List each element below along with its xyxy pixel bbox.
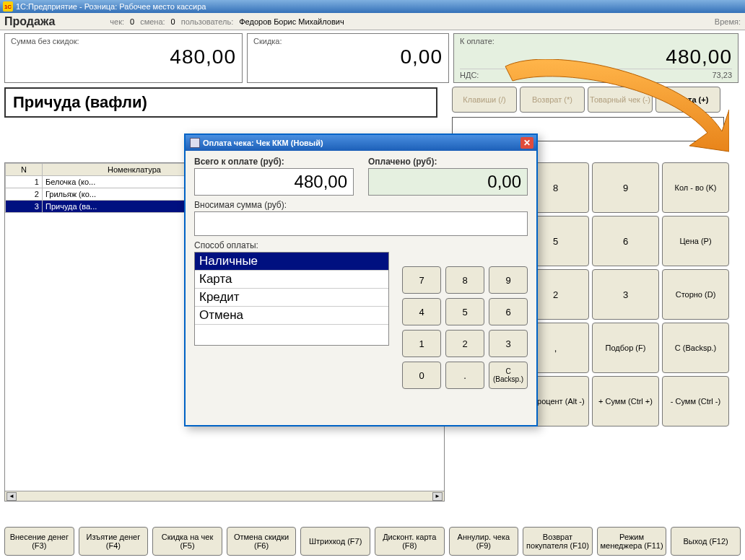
payment-method-list[interactable]: НаличныеКартаКредитОтмена	[194, 252, 389, 346]
mnum-5[interactable]: 5	[445, 298, 484, 325]
discount-label: Скидка:	[253, 37, 443, 45]
mnum-2[interactable]: 2	[445, 330, 484, 357]
mnum-9[interactable]: 9	[489, 266, 528, 294]
payment-method-option[interactable]: Карта	[195, 271, 388, 289]
sum-no-discount-label: Сумма без скидок:	[11, 37, 236, 45]
window-titlebar: 1C 1С:Предприятие - Розница: Рабочее мес…	[0, 0, 745, 13]
modal-title-text: Оплата чека: Чек ККМ (Новый)	[203, 139, 323, 147]
key-sum-minus[interactable]: - Сумм (Ctrl -)	[662, 376, 729, 426]
key-podbor[interactable]: Подбор (F)	[592, 323, 659, 373]
nds-label: НДС:	[460, 71, 479, 79]
mnum-backspace[interactable]: C (Backsp.)	[489, 362, 528, 389]
key-6[interactable]: 6	[592, 216, 659, 266]
mnum-0[interactable]: 0	[402, 362, 441, 389]
return-button[interactable]: Возврат (*)	[520, 87, 585, 113]
mnum-1[interactable]: 1	[402, 330, 441, 357]
key-9[interactable]: 9	[592, 162, 659, 213]
key-sum-plus[interactable]: + Сумм (Ctrl +)	[592, 376, 659, 426]
modal-close-button[interactable]: ✕	[520, 137, 533, 149]
method-label: Способ оплаты:	[194, 240, 389, 250]
key-backspace[interactable]: C (Backsp.)	[662, 323, 729, 373]
check-label: чек:	[110, 17, 124, 26]
payment-method-option[interactable]: Отмена	[195, 307, 388, 325]
mnum-8[interactable]: 8	[445, 266, 484, 294]
f11-button[interactable]: Режим менеджера (F11)	[597, 527, 667, 556]
amount-input[interactable]	[194, 211, 528, 236]
f10-button[interactable]: Возврат покупателя (F10)	[523, 527, 593, 556]
mnum-dot[interactable]: .	[445, 362, 484, 389]
total-label: Всего к оплате (руб):	[194, 157, 354, 167]
keys-button[interactable]: Клавиши (/)	[452, 87, 517, 113]
mnum-3[interactable]: 3	[489, 330, 528, 357]
scroll-left-icon[interactable]: ◄	[6, 492, 17, 501]
payment-modal: Оплата чека: Чек ККМ (Новый) ✕ Всего к о…	[184, 134, 538, 426]
app-icon: 1C	[3, 1, 13, 12]
col-n[interactable]: N	[6, 164, 43, 176]
payment-method-option[interactable]: Наличные	[195, 253, 388, 271]
mode-label: Продажа	[4, 15, 55, 28]
key-price[interactable]: Цена (P)	[662, 216, 729, 266]
sum-no-discount-value: 480,00	[11, 45, 236, 69]
to-pay-panel: К оплате: 480,00 НДС: 73,23	[453, 33, 739, 83]
shift-no: 0	[171, 17, 175, 26]
f12-button[interactable]: Выход (F12)	[671, 527, 741, 556]
mnum-4[interactable]: 4	[402, 298, 441, 325]
paid-value: 0,00	[368, 168, 528, 196]
key-3[interactable]: 3	[592, 269, 659, 320]
time-label: Время:	[715, 17, 741, 26]
payment-method-option[interactable]: Кредит	[195, 289, 388, 307]
shift-label: смена:	[140, 17, 165, 26]
app-title: 1С:Предприятие - Розница: Рабочее место …	[16, 2, 206, 11]
mnum-7[interactable]: 7	[402, 266, 441, 294]
f3-button[interactable]: Внесение денег (F3)	[4, 527, 74, 556]
footer-bar: Внесение денег (F3) Изъятие денег (F4) С…	[4, 527, 741, 556]
nds-value: 73,23	[712, 71, 732, 79]
receipt-button[interactable]: Товарный чек (-)	[588, 87, 653, 113]
user-name: Федоров Борис Михайлович	[239, 17, 344, 26]
current-product-name: Причуда (вафли)	[13, 93, 429, 112]
paid-label: Оплачено (руб):	[368, 157, 528, 167]
pay-button[interactable]: Оплата (+)	[655, 87, 720, 113]
user-label: пользователь:	[181, 17, 234, 26]
f9-button[interactable]: Аннулир. чека (F9)	[449, 527, 519, 556]
discount-value: 0,00	[253, 45, 443, 69]
sum-no-discount-panel: Сумма без скидок: 480,00	[4, 33, 243, 83]
f4-button[interactable]: Изъятие денег (F4)	[79, 527, 149, 556]
current-product-panel: Причуда (вафли)	[4, 87, 437, 118]
f6-button[interactable]: Отмена скидки (F6)	[227, 527, 297, 556]
total-value: 480,00	[194, 168, 354, 196]
modal-titlebar[interactable]: Оплата чека: Чек ККМ (Новый) ✕	[186, 135, 536, 151]
amount-input-label: Вносимая сумма (руб):	[194, 200, 528, 210]
modal-numpad: 7 8 9 4 5 6 1 2 3 0 . C (Backsp.)	[402, 266, 528, 389]
to-pay-label: К оплате:	[460, 37, 732, 45]
discount-panel: Скидка: 0,00	[247, 33, 449, 83]
header-bar: Продажа чек: 0 смена: 0 пользователь: Фе…	[0, 13, 745, 30]
mnum-6[interactable]: 6	[489, 298, 528, 325]
horizontal-scrollbar[interactable]: ◄ ►	[5, 491, 444, 501]
to-pay-value: 480,00	[460, 45, 732, 69]
key-storno[interactable]: Сторно (D)	[662, 269, 729, 320]
f7-button[interactable]: Штрихкод (F7)	[300, 527, 370, 556]
f5-button[interactable]: Скидка на чек (F5)	[152, 527, 222, 556]
calculator-icon	[190, 138, 200, 148]
key-qty[interactable]: Кол - во (K)	[662, 162, 729, 213]
check-no: 0	[130, 17, 134, 26]
f8-button[interactable]: Дисконт. карта (F8)	[375, 527, 445, 556]
scroll-right-icon[interactable]: ►	[432, 492, 443, 501]
